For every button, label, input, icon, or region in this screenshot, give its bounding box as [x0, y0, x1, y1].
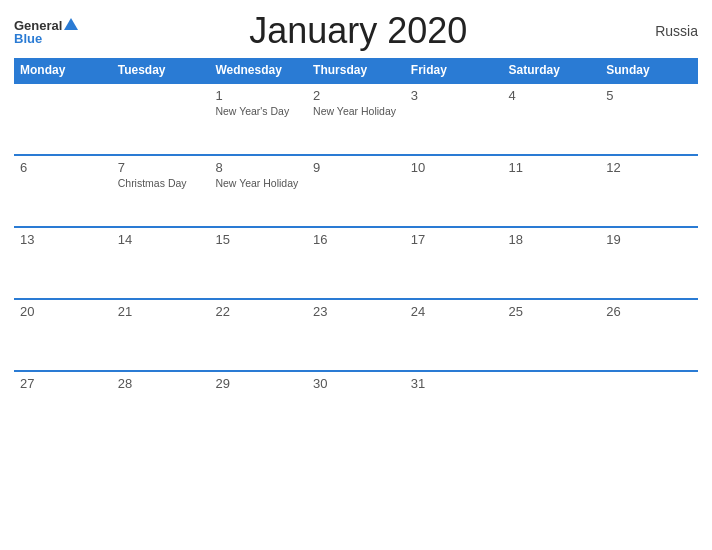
day-number: 1 [215, 88, 301, 103]
day-number: 18 [509, 232, 595, 247]
day-header-saturday: Saturday [503, 58, 601, 83]
day-number: 15 [215, 232, 301, 247]
calendar-cell: 4 [503, 83, 601, 155]
calendar-cell: 9 [307, 155, 405, 227]
day-number: 11 [509, 160, 595, 175]
calendar-cell: 25 [503, 299, 601, 371]
day-number: 13 [20, 232, 106, 247]
day-number: 17 [411, 232, 497, 247]
day-number: 2 [313, 88, 399, 103]
logo-blue-text: Blue [14, 32, 78, 45]
calendar-cell: 7Christmas Day [112, 155, 210, 227]
day-number: 22 [215, 304, 301, 319]
holiday-name: New Year's Day [215, 105, 301, 119]
day-number: 28 [118, 376, 204, 391]
day-number: 25 [509, 304, 595, 319]
day-number: 10 [411, 160, 497, 175]
day-header-monday: Monday [14, 58, 112, 83]
calendar-week-row: 13141516171819 [14, 227, 698, 299]
calendar-cell: 28 [112, 371, 210, 443]
day-number: 30 [313, 376, 399, 391]
country-label: Russia [638, 23, 698, 39]
day-number: 31 [411, 376, 497, 391]
month-title: January 2020 [78, 10, 638, 52]
calendar-cell: 14 [112, 227, 210, 299]
calendar-cell: 23 [307, 299, 405, 371]
day-number: 24 [411, 304, 497, 319]
day-header-friday: Friday [405, 58, 503, 83]
header: General Blue January 2020 Russia [14, 10, 698, 52]
calendar-cell: 13 [14, 227, 112, 299]
calendar-cell [600, 371, 698, 443]
calendar-week-row: 1New Year's Day2New Year Holiday345 [14, 83, 698, 155]
calendar-cell: 15 [209, 227, 307, 299]
calendar-cell: 31 [405, 371, 503, 443]
calendar-cell: 8New Year Holiday [209, 155, 307, 227]
calendar-cell: 3 [405, 83, 503, 155]
day-number: 7 [118, 160, 204, 175]
calendar-cell: 30 [307, 371, 405, 443]
logo-triangle-icon [64, 18, 78, 30]
calendar-cell: 26 [600, 299, 698, 371]
calendar-week-row: 20212223242526 [14, 299, 698, 371]
calendar-table: MondayTuesdayWednesdayThursdayFridaySatu… [14, 58, 698, 443]
day-number: 16 [313, 232, 399, 247]
calendar-cell: 1New Year's Day [209, 83, 307, 155]
calendar-header-row: MondayTuesdayWednesdayThursdayFridaySatu… [14, 58, 698, 83]
day-number: 5 [606, 88, 692, 103]
day-number: 23 [313, 304, 399, 319]
calendar-cell: 12 [600, 155, 698, 227]
calendar-cell: 17 [405, 227, 503, 299]
calendar-cell: 24 [405, 299, 503, 371]
calendar-page: General Blue January 2020 Russia MondayT… [0, 0, 712, 550]
holiday-name: New Year Holiday [313, 105, 399, 119]
day-number: 26 [606, 304, 692, 319]
day-number: 29 [215, 376, 301, 391]
day-header-tuesday: Tuesday [112, 58, 210, 83]
calendar-cell: 27 [14, 371, 112, 443]
calendar-cell: 29 [209, 371, 307, 443]
calendar-cell: 16 [307, 227, 405, 299]
calendar-cell: 21 [112, 299, 210, 371]
calendar-week-row: 67Christmas Day8New Year Holiday9101112 [14, 155, 698, 227]
calendar-week-row: 2728293031 [14, 371, 698, 443]
calendar-cell: 20 [14, 299, 112, 371]
logo-general-text: General [14, 19, 62, 32]
calendar-cell: 18 [503, 227, 601, 299]
calendar-cell: 6 [14, 155, 112, 227]
day-number: 14 [118, 232, 204, 247]
day-number: 4 [509, 88, 595, 103]
calendar-cell: 2New Year Holiday [307, 83, 405, 155]
day-header-wednesday: Wednesday [209, 58, 307, 83]
calendar-cell: 19 [600, 227, 698, 299]
day-number: 8 [215, 160, 301, 175]
day-number: 12 [606, 160, 692, 175]
day-number: 21 [118, 304, 204, 319]
calendar-cell [14, 83, 112, 155]
day-number: 3 [411, 88, 497, 103]
day-number: 20 [20, 304, 106, 319]
day-number: 27 [20, 376, 106, 391]
calendar-cell: 10 [405, 155, 503, 227]
day-number: 6 [20, 160, 106, 175]
holiday-name: Christmas Day [118, 177, 204, 191]
day-number: 9 [313, 160, 399, 175]
day-number: 19 [606, 232, 692, 247]
day-header-thursday: Thursday [307, 58, 405, 83]
calendar-cell: 11 [503, 155, 601, 227]
logo: General Blue [14, 18, 78, 45]
calendar-cell [112, 83, 210, 155]
day-header-sunday: Sunday [600, 58, 698, 83]
calendar-cell: 22 [209, 299, 307, 371]
calendar-cell [503, 371, 601, 443]
holiday-name: New Year Holiday [215, 177, 301, 191]
calendar-cell: 5 [600, 83, 698, 155]
